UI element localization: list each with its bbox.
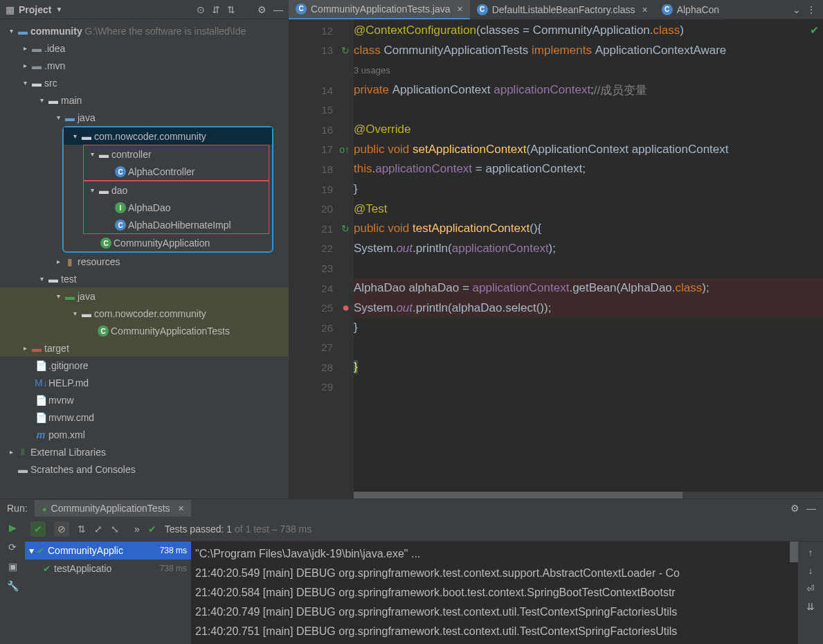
locate-icon[interactable]: ⊙ [197, 4, 205, 15]
tree-gitignore[interactable]: 📄.gitignore [0, 357, 289, 374]
project-sidebar: ▦ Project ▼ ⊙ ⇵ ⇅ ⚙ — ▾▬community G:\Whe… [0, 0, 289, 499]
collapse-icon[interactable]: ⇅ [227, 4, 235, 15]
up-icon[interactable]: ↑ [808, 547, 813, 558]
tree-extlib[interactable]: ▸⦀External Libraries [0, 443, 289, 460]
tab-alphacon[interactable]: CAlphaCon [655, 0, 727, 19]
tree-target[interactable]: ▸▬target [0, 339, 289, 357]
editor-hscroll[interactable] [354, 492, 823, 499]
editor-tabs: CCommunityApplicationTests.java× CDefaul… [289, 0, 823, 19]
project-tree: ▾▬community G:\Where the software is ins… [0, 19, 289, 499]
tree-resources[interactable]: ▸▮resources [0, 253, 289, 270]
tree-java2[interactable]: ▾▬java [0, 287, 289, 305]
expand-icon[interactable]: ⤢ [94, 524, 102, 535]
run-hide-icon[interactable]: — [806, 503, 816, 514]
breakpoint-icon[interactable]: ● [342, 301, 350, 315]
tree-root[interactable]: ▾▬community G:\Where the software is ins… [0, 22, 289, 39]
settings-icon[interactable]: ⚙ [257, 4, 266, 15]
test-status: Tests passed: 1 of 1 test – 738 ms [165, 524, 311, 535]
run-panel: Run: ⬥CommunityApplicationTests× ⚙ — ▶ ⟳… [0, 499, 823, 644]
expand-icon[interactable]: ⇵ [212, 4, 220, 15]
close-icon[interactable]: × [179, 503, 184, 514]
tree-help[interactable]: M↓HELP.md [0, 374, 289, 391]
tree-test[interactable]: ▾▬test [0, 270, 289, 287]
editor-pane: CCommunityApplicationTests.java× CDefaul… [289, 0, 823, 499]
fail-filter-icon[interactable]: ⊘ [54, 521, 69, 537]
down-icon[interactable]: ↓ [808, 565, 813, 576]
tree-alpha-controller[interactable]: CAlphaController [84, 163, 269, 180]
tab-tests[interactable]: CCommunityApplicationTests.java× [289, 0, 470, 19]
wrench-icon[interactable]: 🔧 [7, 580, 19, 591]
project-title: Project [19, 4, 51, 15]
tree-mvnw[interactable]: 📄mvnw [0, 391, 289, 409]
test-tree: ▾✔CommunityApplic738 ms ✔testApplicatio7… [25, 542, 191, 644]
tree-java[interactable]: ▾▬java [0, 109, 289, 126]
tree-mvn[interactable]: ▸▬.mvn [0, 57, 289, 74]
run-label: Run: [7, 503, 28, 514]
close-icon[interactable]: × [458, 3, 463, 15]
tree-pkg2[interactable]: ▾▬com.nowcoder.community [0, 305, 289, 322]
run-tab[interactable]: ⬥CommunityApplicationTests× [35, 500, 191, 517]
console[interactable]: "C:\Program Files\Java\jdk-19\bin\java.e… [191, 542, 798, 644]
project-icon: ▦ [6, 4, 15, 15]
tree-src[interactable]: ▾▬src [0, 74, 289, 91]
tree-pom[interactable]: mpom.xml [0, 426, 289, 443]
tree-pkg[interactable]: ▾▬com.nowcoder.community [64, 127, 272, 145]
collapse-icon[interactable]: ⤡ [111, 524, 119, 535]
gutter: 12 13↻ 14 15 16 17o↑ 18 19 20 21↻ 22 23 … [289, 19, 354, 499]
project-dropdown-icon[interactable]: ▼ [55, 6, 62, 13]
run-settings-icon[interactable]: ⚙ [790, 503, 799, 514]
tree-comm-app[interactable]: CCommunityApplication [64, 234, 272, 251]
tab-more-icon[interactable]: ⋮ [806, 4, 816, 15]
toggle-icon[interactable]: ⟳ [8, 542, 17, 553]
sort-icon[interactable]: ⇅ [78, 524, 86, 535]
tree-comm-app-tests[interactable]: CCommunityApplicationTests [0, 322, 289, 339]
run-left-toolbar: ▶ ⟳ ▣ 🔧 [0, 517, 25, 644]
console-toolbar: ↑ ↓ ⏎ ⇊ [798, 542, 823, 644]
test-status-icon: ✔ [148, 524, 156, 535]
scroll-icon[interactable]: ⇊ [806, 601, 815, 612]
close-icon[interactable]: × [642, 4, 647, 15]
rerun-icon[interactable]: ▶ [9, 522, 17, 533]
run-gutter-icon[interactable]: ↻ [341, 45, 350, 56]
tab-dropdown-icon[interactable]: ⌄ [793, 4, 801, 15]
tree-idea[interactable]: ▸▬.idea [0, 39, 289, 57]
pass-icon[interactable]: ✔ [30, 521, 46, 537]
test-root[interactable]: ▾✔CommunityApplic738 ms [25, 542, 191, 560]
test-item[interactable]: ✔testApplicatio738 ms [25, 560, 191, 578]
stop-icon[interactable]: ▣ [8, 561, 17, 572]
override-gutter-icon[interactable]: o↑ [339, 144, 350, 155]
tab-beanfactory[interactable]: CDefaultListableBeanFactory.class× [470, 0, 655, 19]
tree-scratch[interactable]: ▬Scratches and Consoles [0, 460, 289, 478]
tree-alpha-dao-hib[interactable]: CAlphaDaoHibernateImpl [84, 216, 269, 233]
console-vscroll[interactable] [790, 542, 798, 562]
project-header: ▦ Project ▼ ⊙ ⇵ ⇅ ⚙ — [0, 0, 289, 19]
run-gutter-icon[interactable]: ↻ [341, 223, 350, 234]
tree-controller[interactable]: ▾▬controller [84, 145, 269, 163]
code-area[interactable]: @ContextConfiguration(classes = Communit… [354, 19, 823, 499]
run-toolbar: ✔ ⊘ ⇅ ⤢ ⤡ » ✔ Tests passed: 1 of 1 test … [25, 517, 823, 542]
tree-mvnwcmd[interactable]: 📄mvnw.cmd [0, 409, 289, 426]
tree-alpha-dao[interactable]: IAlphaDao [84, 199, 269, 216]
hide-icon[interactable]: — [273, 4, 283, 15]
tree-dao[interactable]: ▾▬dao [84, 181, 269, 199]
wrap-icon[interactable]: ⏎ [806, 583, 815, 594]
tree-main[interactable]: ▾▬main [0, 91, 289, 109]
